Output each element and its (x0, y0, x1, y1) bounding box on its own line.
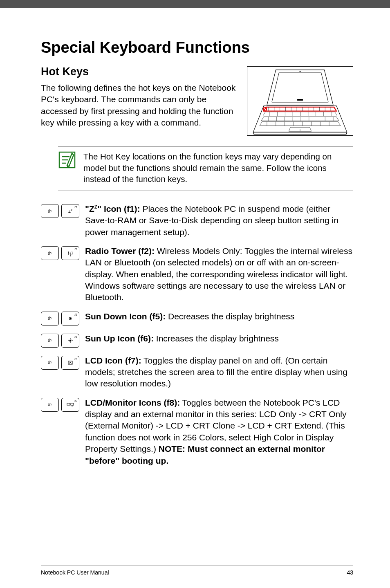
fn-label: fn (48, 338, 52, 343)
key-combo: fn f8 (41, 398, 79, 412)
entry-lead: LCD/Monitor Icons (f8): (85, 398, 180, 407)
laptop-diagram (247, 66, 353, 136)
svg-point-2 (300, 71, 301, 72)
document-page: Special Keyboard Functions Hot Keys The … (0, 8, 390, 588)
svg-line-13 (289, 127, 290, 131)
fn-label: fn (48, 360, 52, 365)
laptop-icon (247, 67, 353, 135)
fnum-label: f8 (74, 399, 77, 403)
svg-line-67 (72, 342, 72, 342)
note-pencil-icon (58, 151, 76, 169)
fn-key: fn (41, 312, 59, 325)
page-number: 43 (347, 569, 353, 576)
note-text: The Hot Key locations on the function ke… (83, 151, 353, 185)
zz-icon: zᶻ (68, 208, 72, 214)
hotkey-entry-f6: fn f6 Sun Up Icon (f6): Increases the di… (41, 333, 353, 348)
fn-key: fn (41, 246, 59, 260)
footer-title: Notebook PC User Manual (41, 569, 109, 576)
fnum-label: f6 (74, 335, 77, 339)
entry-lead: Sun Down Icon (f5): (85, 312, 166, 321)
svg-rect-73 (67, 403, 70, 405)
svg-line-68 (69, 342, 69, 342)
note-block: The Hot Key locations on the function ke… (58, 146, 353, 191)
svg-marker-9 (261, 117, 339, 121)
entry-text: Sun Up Icon (f6): Increases the display … (85, 333, 279, 344)
key-combo: fn f7 (41, 356, 79, 370)
entry-lead: Sun Up Icon (f6): (85, 334, 154, 343)
svg-point-60 (70, 318, 71, 319)
entry-lead: "ZZ" Icon (f1): (85, 204, 140, 213)
hotkey-entry-f5: fn f5 Sun Down Icon (f5): Decreases the … (41, 311, 353, 325)
fn-label: fn (48, 209, 52, 213)
main-heading: Special Keyboard Functions (41, 39, 353, 56)
svg-line-14 (310, 127, 312, 131)
entry-text: LCD Icon (f7): Toggles the display panel… (85, 355, 353, 390)
entry-lead: Radio Tower (f2): (85, 246, 155, 256)
entry-body: Increases the display brightness (154, 334, 279, 343)
intro-row: Hot Keys The following defines the hot k… (41, 65, 353, 136)
sub-heading: Hot Keys (41, 65, 237, 78)
intro-text-block: Hot Keys The following defines the hot k… (41, 65, 237, 136)
entry-text: Radio Tower (f2): Wireless Models Only: … (85, 245, 353, 303)
hotkey-entry-f2: fn f2 Radio Tower (f2): Wireless Models … (41, 245, 353, 303)
svg-point-61 (69, 339, 72, 341)
svg-marker-5 (253, 132, 347, 135)
f2-key: f2 (61, 246, 79, 260)
fnum-label: f7 (74, 357, 77, 361)
svg-marker-6 (264, 107, 336, 111)
fn-label: fn (48, 316, 52, 321)
fn-key: fn (41, 398, 59, 412)
svg-marker-4 (253, 106, 347, 132)
svg-marker-1 (272, 72, 328, 102)
fnum-label: f1 (74, 205, 77, 209)
svg-marker-8 (263, 112, 337, 116)
fn-key: fn (41, 356, 59, 370)
page-footer: Notebook PC User Manual 43 (41, 566, 353, 576)
sun-up-icon (67, 338, 73, 343)
f5-key: f5 (61, 312, 79, 325)
f1-key: f1 zᶻ (61, 204, 79, 218)
lcd-off-icon (67, 360, 73, 366)
entry-lead: LCD Icon (f7): (85, 356, 141, 365)
hotkey-entry-f7: fn f7 LCD Icon (f7): Toggles the display… (41, 355, 353, 390)
svg-line-69 (72, 339, 72, 339)
sun-down-icon (67, 316, 73, 321)
f6-key: f6 (61, 334, 79, 348)
hotkey-entry-f1: fn f1 zᶻ "ZZ" Icon (f1): Places the Note… (41, 203, 353, 238)
fnum-label: f5 (74, 313, 77, 316)
svg-rect-3 (297, 99, 303, 101)
fn-key: fn (41, 334, 59, 348)
key-combo: fn f5 (41, 312, 79, 325)
svg-marker-10 (260, 121, 341, 126)
svg-rect-75 (71, 403, 74, 405)
key-combo: fn f2 (41, 246, 79, 260)
entry-text: LCD/Monitor Icons (f8): Toggles between … (85, 397, 353, 467)
entry-text: "ZZ" Icon (f1): Places the Notebook PC i… (85, 203, 353, 238)
lcd-monitor-icon (67, 402, 74, 407)
fn-key: fn (41, 204, 59, 218)
fn-label: fn (48, 402, 52, 407)
fnum-label: f2 (74, 247, 77, 251)
key-combo: fn f1 zᶻ (41, 204, 79, 218)
svg-point-58 (70, 256, 71, 256)
fn-label: fn (48, 251, 52, 256)
hotkey-entry-f8: fn f8 LCD/Monitor Icons (f8): Toggles be… (41, 397, 353, 467)
f7-key: f7 (61, 356, 79, 370)
entry-body: Decreases the display brightness (166, 312, 294, 321)
key-combo: fn f6 (41, 334, 79, 348)
svg-line-66 (69, 339, 69, 339)
f8-key: f8 (61, 398, 79, 412)
intro-paragraph: The following defines the hot keys on th… (41, 82, 237, 128)
entry-text: Sun Down Icon (f5): Decreases the displa… (85, 311, 294, 322)
radio-tower-icon (67, 250, 74, 256)
